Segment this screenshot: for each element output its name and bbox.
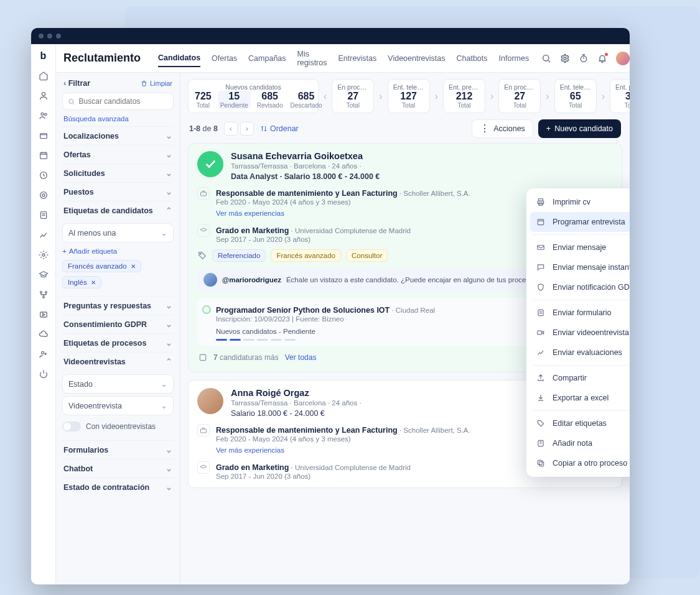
fg-etiquetas[interactable]: Etiquetas de candidatos⌃ (62, 201, 174, 219)
dd-schedule-interview[interactable]: Programar entrevista (530, 212, 630, 232)
left-icon-rail: b (31, 44, 56, 584)
svg-rect-26 (201, 429, 207, 433)
dd-send-video[interactable]: Enviar videoentrevista (530, 323, 630, 343)
dd-send-form[interactable]: Enviar formulario (530, 303, 630, 323)
stage-card[interactable]: Ent. telefón...127Total (388, 79, 430, 113)
doc-icon[interactable] (38, 210, 49, 221)
user-icon[interactable] (38, 90, 49, 101)
tab-chatbots[interactable]: Chatbots (457, 50, 488, 67)
tab-mis-registros[interactable]: Mis registros (297, 46, 327, 71)
sort-button[interactable]: Ordenar (260, 124, 299, 133)
tab-candidatos[interactable]: Candidatos (158, 50, 200, 67)
tag-chip[interactable]: Francés avanzado (271, 249, 341, 262)
page-prev[interactable]: ‹ (224, 122, 238, 136)
video-estado-select[interactable]: Estado⌄ (62, 374, 174, 394)
more-experiences-link[interactable]: Ver más experiencias (216, 446, 284, 454)
page-next[interactable]: › (240, 122, 254, 136)
tag-chip[interactable]: Consultor (346, 249, 388, 262)
home-icon[interactable] (38, 70, 49, 81)
fg-video[interactable]: Videoentrevistas⌃ (62, 352, 174, 371)
tag-chip[interactable]: Francés avanzado✕ (62, 260, 141, 272)
target-icon[interactable] (38, 190, 49, 201)
fg-solicitudes[interactable]: Solicitudes⌄ (62, 164, 174, 182)
search-input[interactable] (79, 97, 168, 106)
new-candidate-button[interactable]: + Nuevo candidato (538, 119, 621, 138)
svg-rect-4 (40, 152, 47, 159)
search-icon[interactable] (541, 53, 551, 63)
dd-send-gdpr[interactable]: Enviar notificación GDPR (530, 277, 630, 297)
play-icon[interactable] (38, 309, 49, 320)
svg-point-6 (40, 192, 47, 199)
dd-send-instant[interactable]: Enviar mensaje instantáneo (530, 257, 630, 277)
stage-card[interactable]: Ent. presen...212Total (443, 79, 485, 113)
dd-share[interactable]: Compartir (530, 368, 630, 388)
remove-tag-icon[interactable]: ✕ (91, 279, 96, 286)
clear-filters[interactable]: Limpiar (141, 80, 172, 87)
svg-point-12 (42, 297, 44, 298)
person-plus-icon[interactable] (38, 349, 49, 360)
tag-chip[interactable]: Referenciado (212, 249, 266, 262)
dd-send-message[interactable]: Enviar mensaje (530, 238, 630, 257)
flow-icon[interactable] (38, 289, 49, 300)
dd-edit-tags[interactable]: Editar etiquetas (530, 413, 630, 433)
grad-icon[interactable] (38, 269, 49, 280)
calendar-icon (536, 218, 546, 226)
svg-point-20 (200, 253, 201, 254)
stage-prev-icon[interactable]: ‹ (324, 79, 327, 113)
actions-dropdown: Imprimir cv Programar entrevista Enviar … (526, 188, 630, 477)
tab-campanas[interactable]: Campañas (248, 50, 286, 67)
tab-informes[interactable]: Informes (499, 50, 530, 67)
dd-print-cv[interactable]: Imprimir cv (530, 192, 630, 212)
tag-chip[interactable]: Inglés✕ (62, 276, 101, 288)
fg-gdpr[interactable]: Consentimiento GDPR⌄ (62, 315, 174, 333)
pipeline-stages: Nuevos candidatos 725Total 15Pendiente 6… (180, 73, 630, 117)
timer-icon[interactable] (579, 53, 589, 63)
stage-card[interactable]: En proceso27Total (332, 79, 374, 113)
video-select[interactable]: Videoentrevista⌄ (62, 396, 174, 415)
svg-point-17 (581, 56, 587, 62)
bulk-actions-button[interactable]: ⋮ Acciones (472, 119, 533, 138)
svg-point-18 (69, 99, 73, 103)
advanced-search-link[interactable]: Búsqueda avanzada (62, 110, 174, 126)
bell-icon[interactable] (597, 53, 607, 63)
status-dot-icon (202, 305, 211, 314)
stage-card[interactable]: Nuevos candidatos 725Total 15Pendiente 6… (188, 79, 319, 113)
svg-point-15 (543, 55, 549, 60)
dd-add-note[interactable]: Añadir nota (530, 433, 630, 453)
ver-todas-link[interactable]: Ver todas (285, 353, 317, 362)
con-video-toggle[interactable] (62, 422, 81, 431)
dd-export-excel[interactable]: Exportar a excel (530, 388, 630, 408)
fg-preguntas[interactable]: Preguntas y respuestas⌄ (62, 296, 174, 315)
search-candidates[interactable] (62, 93, 174, 110)
user-avatar[interactable] (616, 52, 630, 65)
users-icon[interactable] (38, 110, 49, 121)
fg-puestos[interactable]: Puestos⌄ (62, 182, 174, 201)
tab-videoentrevistas[interactable]: Videoentrevistas (388, 50, 445, 67)
chart-icon[interactable] (38, 229, 49, 241)
stage-card[interactable]: Ent. telefón...65Total (554, 79, 597, 113)
remove-tag-icon[interactable]: ✕ (131, 263, 136, 270)
power-icon[interactable] (38, 369, 49, 380)
fg-etiquetas-procesos[interactable]: Etiquetas de procesos⌄ (62, 333, 174, 352)
fg-ofertas[interactable]: Ofertas⌄ (62, 145, 174, 164)
settings-icon[interactable] (560, 53, 570, 63)
filters-sidebar: ‹ Filtrar Limpiar Búsqueda avanzada Loca… (56, 73, 180, 584)
cloud-icon[interactable] (38, 329, 49, 340)
more-experiences-link[interactable]: Ver más experiencias (216, 210, 284, 217)
fg-chatbot[interactable]: Chatbot⌄ (62, 459, 174, 477)
tab-entrevistas[interactable]: Entrevistas (338, 50, 376, 67)
stage-card[interactable]: Ent. presen...32Total (610, 79, 630, 113)
stage-card[interactable]: En proceso27Total (498, 79, 541, 113)
box-icon[interactable] (38, 130, 49, 141)
calendar-icon[interactable] (38, 150, 49, 161)
fg-estado-contratacion[interactable]: Estado de contratación⌄ (62, 477, 174, 496)
gear-icon[interactable] (38, 249, 49, 261)
fg-formularios[interactable]: Formularios⌄ (62, 440, 174, 459)
add-tag-link[interactable]: + Añadir etiqueta (62, 245, 174, 257)
dd-copy-process[interactable]: Copiar a otro proceso (530, 453, 630, 473)
etiquetas-mode-select[interactable]: Al menos una⌄ (62, 223, 174, 242)
dd-send-eval[interactable]: Enviar evaluaciones (530, 343, 630, 362)
tab-ofertas[interactable]: Ofertas (212, 50, 237, 67)
clock-icon[interactable] (38, 170, 49, 181)
fg-localizaciones[interactable]: Localizaciones⌄ (62, 126, 174, 145)
